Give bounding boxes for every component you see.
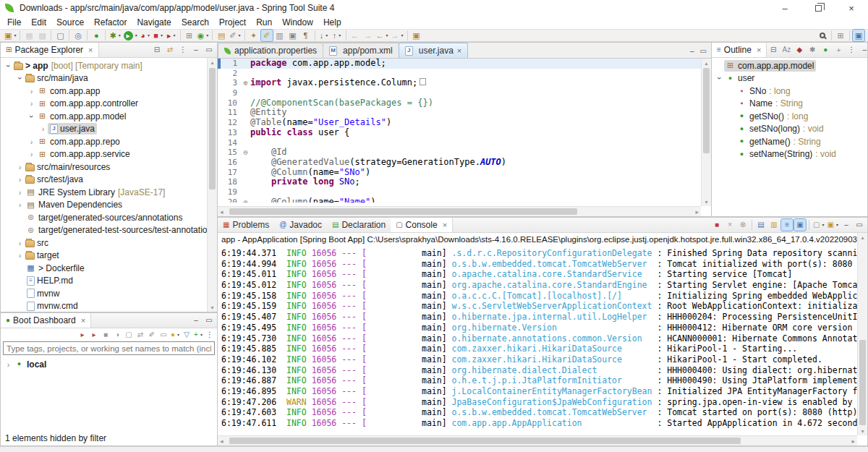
dropdown-arrow-icon[interactable]: ▾	[200, 333, 203, 337]
menu-run[interactable]: Run	[251, 17, 277, 27]
open-perspective-icon[interactable]: ⊞	[835, 30, 846, 41]
forward-history-icon[interactable]: →▾	[391, 30, 404, 41]
code-line[interactable]: 16 @GeneratedValue(strategy=GenerationTy…	[218, 158, 701, 168]
code-line[interactable]: 3⊕import javax.persistence.Column;	[218, 78, 701, 88]
menu-project[interactable]: Project	[214, 17, 251, 27]
tree-item[interactable]: ⊛target/generated-test-sources/test-anno…	[1, 224, 217, 237]
restart-icon[interactable]: ◑	[112, 330, 122, 340]
minimize-view-icon[interactable]: –	[190, 315, 202, 326]
coverage-icon[interactable]: ◉▾	[197, 30, 210, 41]
maximize-view-icon[interactable]: ▭	[203, 315, 215, 326]
link-with-editor-icon[interactable]: ⇄	[164, 44, 176, 56]
collapse-all-icon[interactable]: ⊟	[151, 44, 163, 56]
edit-config-icon[interactable]: ✐	[147, 330, 157, 340]
boot-dashboard-tab[interactable]: ● Boot Dashboard ×	[1, 313, 91, 328]
tree-item[interactable]: ≡HELP.md	[1, 275, 217, 288]
clear-console-icon[interactable]: ▤	[755, 219, 767, 231]
tree-item[interactable]: ›⊞com.app.app.model	[1, 110, 217, 123]
console-vscrollbar[interactable]: ▴ ▾	[857, 233, 867, 435]
scroll-left-icon[interactable]: ◂	[220, 438, 224, 445]
open-console-icon[interactable]: ▣▾	[827, 219, 839, 231]
console-area-tab-javadoc[interactable]: @Javadoc	[274, 218, 327, 232]
key-icon[interactable]: ✦	[248, 30, 260, 41]
code-line[interactable]: 17 @Column(name="SNo")	[218, 168, 701, 178]
dropdown-arrow-icon[interactable]: ▾	[386, 33, 388, 38]
expand-arrow-icon[interactable]: ›	[15, 251, 25, 260]
scroll-thumb[interactable]	[209, 68, 216, 189]
new-wizard-icon[interactable]: ▣▾	[4, 30, 17, 41]
scroll-lock-icon[interactable]: ▥	[768, 219, 780, 231]
code-line[interactable]: 14	[218, 138, 701, 148]
scroll-down-icon[interactable]: ▾	[702, 197, 711, 206]
maximize-view-icon[interactable]: ▭	[203, 44, 215, 56]
undo-nav-icon[interactable]: ←	[349, 30, 361, 41]
pin-console-icon[interactable]: ▣	[794, 219, 806, 231]
display-console-icon[interactable]: ▢▾	[812, 219, 825, 231]
tree-item[interactable]: mvnw.cmd	[1, 300, 217, 313]
tree-item[interactable]: ⊞com.app.app.model	[712, 59, 867, 72]
scroll-right-icon[interactable]: ▸	[851, 438, 855, 445]
close-view-icon[interactable]: ×	[88, 46, 93, 54]
package-explorer-scrollbar[interactable]: ▴ ▾	[207, 58, 217, 312]
expand-arrow-icon[interactable]: ›	[15, 239, 25, 247]
package-explorer-tab[interactable]: ⊞ Package Explorer ×	[1, 43, 99, 57]
code-line[interactable]: 20⊖ @Column(name="Name")	[218, 197, 701, 202]
fold-toggle-icon[interactable]: ⊕	[241, 78, 250, 88]
redo-nav-icon[interactable]: →	[362, 30, 374, 41]
dropdown-arrow-icon[interactable]: ▾	[119, 33, 121, 38]
show-properties-icon[interactable]: ●▾	[170, 330, 180, 340]
view-menu-icon[interactable]: ⋮	[205, 330, 215, 340]
scroll-thumb[interactable]	[703, 68, 710, 153]
expand-arrow-icon[interactable]: ›	[16, 74, 25, 83]
highlight-icon[interactable]: ✐	[261, 30, 273, 41]
scroll-thumb[interactable]	[229, 208, 577, 215]
tree-item[interactable]: ▦> Dockerfile	[1, 262, 217, 275]
expand-arrow-icon[interactable]: ›	[15, 200, 25, 209]
remove-all-launches-icon[interactable]: ⊗	[737, 219, 749, 231]
code-line[interactable]: 18 private long SNo;	[218, 177, 701, 187]
dropdown-arrow-icon[interactable]: ▾	[148, 33, 150, 38]
minimize-view-icon[interactable]: –	[841, 219, 852, 231]
minimize-editor-icon[interactable]: –	[690, 47, 694, 55]
dropdown-arrow-icon[interactable]: ▾	[326, 33, 328, 38]
spring-boot-icon[interactable]: ●	[90, 30, 102, 41]
expand-arrow-icon[interactable]: ›	[4, 360, 13, 369]
hide-non-public-icon[interactable]: ●	[820, 44, 831, 56]
import-icon[interactable]: ▤	[216, 30, 227, 41]
run-icon[interactable]: ▶▾	[123, 30, 138, 41]
dropdown-arrow-icon[interactable]: ▾	[401, 33, 404, 38]
mark-occurrences-icon[interactable]: ▥	[274, 30, 286, 41]
dropdown-arrow-icon[interactable]: ▾	[177, 333, 179, 337]
back-history-icon[interactable]: ←▾	[375, 30, 389, 41]
tree-item[interactable]: ›src/main/java	[1, 72, 217, 85]
menu-navigate[interactable]: Navigate	[132, 17, 176, 27]
code-line[interactable]: 1package com.app.app.model;	[218, 59, 701, 69]
maximize-view-icon[interactable]: ▭	[854, 219, 865, 231]
console-hscrollbar[interactable]: ◂ ▸	[218, 435, 857, 445]
expand-arrow-icon[interactable]: ›	[27, 150, 36, 158]
tree-item[interactable]: ›⊞com.app.app.service	[1, 148, 217, 161]
menu-edit[interactable]: Edit	[26, 17, 51, 27]
scroll-down-icon[interactable]: ▾	[858, 427, 867, 435]
next-annotation-icon[interactable]: ↓▾	[318, 30, 330, 41]
close-window-button[interactable]: ×	[835, 0, 868, 16]
sort-icon[interactable]: Az	[780, 44, 792, 56]
code-line[interactable]: 2	[218, 69, 701, 79]
expand-arrow-icon[interactable]: ›	[27, 137, 36, 146]
tree-item[interactable]: ›> app[boot] [Temporary main]	[1, 59, 217, 72]
outline-tab[interactable]: ≡ Outline ×	[712, 43, 767, 57]
code-line[interactable]: 19	[218, 187, 701, 197]
dropdown-arrow-icon[interactable]: ▾	[161, 33, 163, 38]
menu-file[interactable]: File	[2, 17, 26, 27]
tree-item[interactable]: ●getSNo(): long	[712, 110, 867, 123]
start-icon[interactable]: ▸	[77, 330, 88, 340]
pin-editor-icon[interactable]: ▣	[411, 30, 422, 41]
launch-icon[interactable]: ✐▾	[229, 30, 241, 41]
code-area[interactable]: 1package com.app.app.model;23⊕import jav…	[218, 59, 701, 206]
scroll-down-icon[interactable]: ▾	[208, 303, 217, 312]
tree-item[interactable]: ›●local	[1, 358, 217, 371]
expand-arrow-icon[interactable]: ›	[27, 111, 36, 121]
hide-local-types-icon[interactable]: ＋	[833, 44, 844, 56]
view-menu-icon[interactable]: ⋮	[846, 44, 857, 56]
dropdown-arrow-icon[interactable]: ▾	[339, 33, 341, 38]
